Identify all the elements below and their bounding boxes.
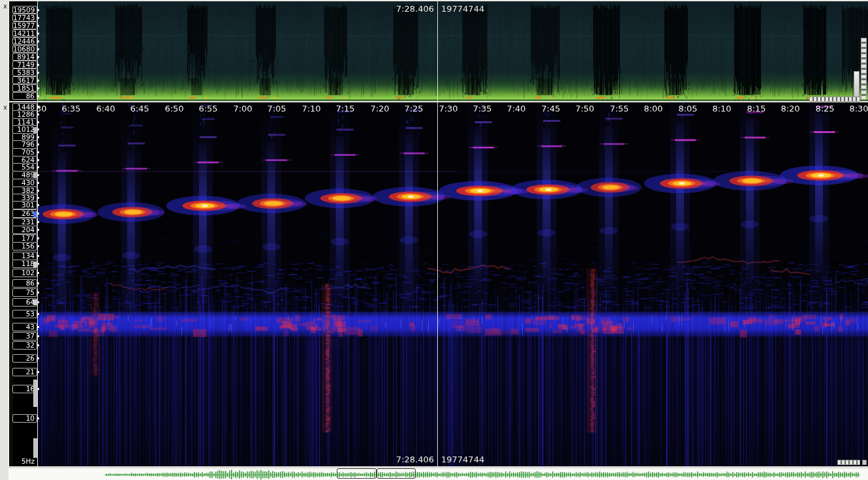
time-tick-label: 7:20 (363, 104, 397, 113)
scale-indicator (33, 438, 37, 458)
scale-indicator (33, 262, 37, 267)
time-tick-label: 8:00 (636, 104, 670, 113)
main-spectrogram-canvas[interactable] (38, 102, 868, 466)
scale-indicator (33, 127, 37, 133)
freq-label: 19509 (12, 6, 37, 14)
window-left-border (0, 0, 8, 480)
cursor-time-label-bottom: 7:28.406 (374, 455, 434, 464)
freq-label: 21 (12, 368, 37, 376)
freq-label: 8914 (12, 53, 37, 61)
freq-label: 1851 (12, 84, 37, 92)
scale-indicator (33, 380, 37, 407)
close-main-panel-button[interactable]: x (2, 104, 8, 111)
freq-label: 301 (12, 201, 37, 209)
scale-indicator (33, 172, 37, 178)
time-tick-label: 8:05 (671, 104, 705, 113)
selection-box-right[interactable] (377, 468, 416, 479)
scale-indicator (33, 211, 37, 217)
freq-label: 15977 (12, 22, 37, 29)
scale-indicator (33, 299, 37, 305)
freq-label: 75 (12, 288, 37, 297)
waveform-overview-canvas[interactable] (0, 468, 868, 480)
top-spectrogram-canvas[interactable] (38, 1, 868, 101)
panel-separator[interactable] (0, 101, 868, 102)
freq-label: 37 (12, 332, 37, 340)
freq-label-bottom: 5Hz (12, 457, 37, 466)
time-tick-label: 8:15 (739, 104, 773, 113)
main-panel-scrollbar-button[interactable] (862, 460, 867, 465)
panel-separator-lower[interactable] (0, 466, 868, 468)
time-tick-label: 7:25 (397, 104, 431, 113)
time-tick-label: 6:55 (191, 104, 225, 113)
freq-label: 5383 (12, 68, 37, 76)
freq-label: 156 (12, 242, 37, 250)
freq-label: 26 (12, 354, 37, 363)
main-panel-scrollbar[interactable] (837, 460, 860, 465)
freq-label: 102 (12, 269, 37, 277)
spectrogram-window: x x 7:28.406 19774744 7:28.406 19774744 … (0, 0, 868, 480)
top-panel-zoom-ladder[interactable] (861, 38, 867, 100)
freq-label: 10 (12, 414, 37, 423)
playback-cursor-line-top (437, 1, 438, 101)
playback-cursor-line-main (437, 102, 438, 466)
freq-label: 32 (12, 341, 37, 350)
time-tick-label: 8:20 (773, 104, 807, 113)
time-tick-label: 7:50 (568, 104, 602, 113)
freq-label: 12446 (12, 37, 37, 45)
time-tick-label: 7:10 (294, 104, 328, 113)
waveform-overview-strip[interactable] (0, 468, 868, 480)
time-tick-label: 7:40 (499, 104, 533, 113)
freq-label: 14211 (12, 29, 37, 37)
freq-label: 86 (12, 279, 37, 288)
top-panel-scrollbar[interactable] (809, 97, 860, 102)
freq-label: 43 (12, 323, 37, 331)
time-tick-label: 7:30 (431, 104, 465, 113)
time-tick-label: 6:45 (123, 104, 157, 113)
time-tick-label: 6:50 (157, 104, 191, 113)
freq-label: 17743 (12, 14, 37, 22)
time-tick-label: 8:25 (808, 104, 842, 113)
time-tick-label: 7:00 (226, 104, 260, 113)
selection-box-left[interactable] (337, 468, 377, 479)
window-top-border (0, 0, 868, 1)
cursor-sample-label-top: 19774744 (441, 4, 484, 14)
time-tick-label: 8:30 (842, 104, 868, 113)
time-tick-label: 8:10 (705, 104, 739, 113)
freq-label: 204 (12, 226, 37, 234)
time-tick-label: 7:45 (534, 104, 568, 113)
freq-label: 3617 (12, 76, 37, 84)
time-tick-label: 7:05 (260, 104, 294, 113)
cursor-time-label-top: 7:28.406 (374, 4, 434, 14)
freq-label: 86 (12, 92, 37, 100)
time-tick-label: 7:35 (465, 104, 499, 113)
freq-label: 53 (12, 310, 37, 318)
top-panel-level-slider[interactable] (854, 71, 860, 100)
time-tick-label: 7:55 (602, 104, 636, 113)
time-tick-label: 6:35 (54, 104, 88, 113)
time-tick-label: 6:40 (89, 104, 123, 113)
close-top-panel-button[interactable]: x (2, 3, 8, 10)
freq-label: 10680 (12, 45, 37, 53)
freq-label: 7149 (12, 61, 37, 68)
time-tick-label: 7:15 (328, 104, 362, 113)
cursor-sample-label-bottom: 19774744 (441, 455, 484, 464)
